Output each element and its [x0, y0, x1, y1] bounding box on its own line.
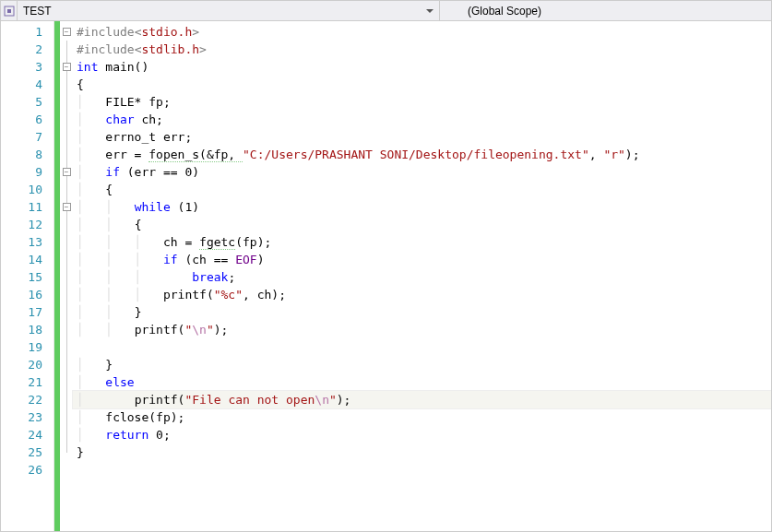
- code-line[interactable]: [73, 338, 771, 356]
- line-number: 13: [1, 233, 53, 251]
- line-number: 9: [1, 163, 53, 181]
- line-number: 21: [1, 373, 53, 391]
- code-line[interactable]: │ }: [73, 356, 771, 373]
- line-number: 3: [1, 58, 53, 76]
- code-line[interactable]: │ err = fopen_s(&fp, "C:/Users/PRASHANT …: [73, 146, 771, 163]
- line-number: 15: [1, 268, 53, 286]
- code-line[interactable]: #include<stdlib.h>: [73, 41, 771, 58]
- code-editor: 1 2 3 4 5 6 7 8 9 10 11 12 13 14 15 16 1…: [1, 21, 771, 531]
- toolbar: TEST (Global Scope): [1, 1, 771, 21]
- line-number: 22: [1, 391, 53, 408]
- scope-dropdown[interactable]: (Global Scope): [440, 1, 771, 20]
- chevron-down-icon: [426, 9, 434, 13]
- line-number: 26: [1, 461, 53, 479]
- fold-toggle-icon[interactable]: −: [63, 203, 71, 211]
- outlining-margin: − − − −: [60, 21, 73, 531]
- code-line[interactable]: │ else: [73, 373, 771, 391]
- fold-toggle-icon[interactable]: −: [63, 168, 71, 176]
- code-line[interactable]: │ │ while (1): [73, 198, 771, 216]
- line-number: 5: [1, 93, 53, 111]
- code-line[interactable]: │ return 0;: [73, 426, 771, 443]
- code-line[interactable]: │ char ch;: [73, 111, 771, 128]
- line-number: 2: [1, 41, 53, 58]
- code-line[interactable]: │ FILE* fp;: [73, 93, 771, 111]
- line-number: 10: [1, 181, 53, 198]
- scope-label: (Global Scope): [468, 5, 541, 18]
- code-line[interactable]: │ │ {: [73, 216, 771, 233]
- line-number: 20: [1, 356, 53, 373]
- line-number: 1: [1, 23, 53, 41]
- code-line[interactable]: int main(): [73, 58, 771, 76]
- context-label: TEST: [23, 5, 52, 18]
- code-line[interactable]: │ │ printf("\n");: [73, 321, 771, 338]
- line-number: 7: [1, 128, 53, 146]
- line-number: 11: [1, 198, 53, 216]
- code-line[interactable]: │ │ }: [73, 303, 771, 321]
- svg-rect-1: [7, 9, 11, 13]
- code-line[interactable]: │ printf("File can not open\n");: [73, 391, 771, 408]
- line-number-gutter: 1 2 3 4 5 6 7 8 9 10 11 12 13 14 15 16 1…: [1, 21, 54, 531]
- line-number: 23: [1, 408, 53, 426]
- code-line[interactable]: │ │ │ printf("%c", ch);: [73, 286, 771, 303]
- fold-toggle-icon[interactable]: −: [63, 63, 71, 71]
- line-number: 8: [1, 146, 53, 163]
- line-number: 19: [1, 338, 53, 356]
- code-line[interactable]: │ │ │ break;: [73, 268, 771, 286]
- code-line[interactable]: │ {: [73, 181, 771, 198]
- code-line[interactable]: │ fclose(fp);: [73, 408, 771, 426]
- code-line[interactable]: │ if (err == 0): [73, 163, 771, 181]
- line-number: 4: [1, 76, 53, 93]
- fold-toggle-icon[interactable]: −: [63, 28, 71, 36]
- line-number: 6: [1, 111, 53, 128]
- line-number: 17: [1, 303, 53, 321]
- context-target-icon[interactable]: [1, 1, 18, 20]
- context-dropdown[interactable]: TEST: [18, 1, 440, 20]
- line-number: 24: [1, 426, 53, 443]
- code-line[interactable]: #include<stdio.h>: [73, 23, 771, 41]
- code-line[interactable]: │ errno_t err;: [73, 128, 771, 146]
- code-line[interactable]: [73, 461, 771, 479]
- code-line[interactable]: {: [73, 76, 771, 93]
- line-number: 18: [1, 321, 53, 338]
- line-number: 12: [1, 216, 53, 233]
- code-area[interactable]: #include<stdio.h> #include<stdlib.h> int…: [73, 21, 771, 531]
- line-number: 16: [1, 286, 53, 303]
- code-line[interactable]: │ │ │ if (ch == EOF): [73, 251, 771, 268]
- line-number: 25: [1, 443, 53, 461]
- code-line[interactable]: │ │ │ ch = fgetc(fp);: [73, 233, 771, 251]
- code-line[interactable]: }: [73, 443, 771, 461]
- line-number: 14: [1, 251, 53, 268]
